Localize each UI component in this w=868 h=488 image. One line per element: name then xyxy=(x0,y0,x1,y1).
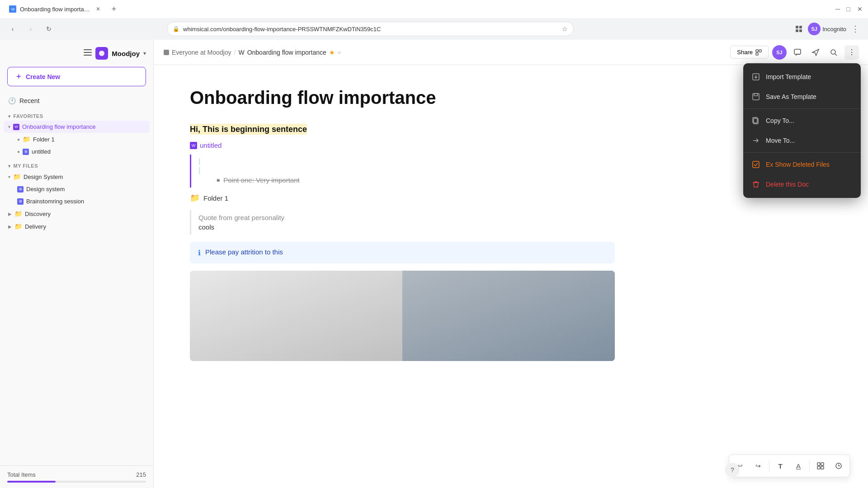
quote-content: cools xyxy=(198,223,608,231)
svg-rect-6 xyxy=(84,49,92,50)
total-items-label: Total Items xyxy=(7,471,36,478)
dot-icon: ● xyxy=(17,137,20,142)
favorites-section-header[interactable]: ▾ FAVORITES xyxy=(4,108,150,121)
format-icon: A xyxy=(796,462,801,470)
save-template-label: Save As Template xyxy=(766,93,816,100)
svg-rect-25 xyxy=(821,463,824,465)
delivery-label: Delivery xyxy=(25,223,46,230)
new-tab-btn[interactable]: + xyxy=(108,3,120,15)
svg-rect-5 xyxy=(799,29,802,32)
menu-divider-1 xyxy=(743,108,861,109)
extensions-btn[interactable] xyxy=(792,22,806,36)
workspace-icon xyxy=(163,49,170,56)
show-deleted-label: Ex Show Deleted Files xyxy=(766,161,830,168)
favorites-label: FAVORITES xyxy=(14,113,43,119)
bookmark-icon[interactable]: ☆ xyxy=(562,25,568,33)
svg-rect-18 xyxy=(753,94,759,100)
svg-text:W: W xyxy=(11,7,15,11)
sidebar-item-untitled[interactable]: ● ⊞ untitled xyxy=(13,145,150,158)
floating-toolbar: ↩ ↪ T A xyxy=(729,455,850,477)
menu-item-show-deleted[interactable]: Ex Show Deleted Files xyxy=(743,155,861,174)
star-icon[interactable]: ★ xyxy=(329,49,335,56)
sidebar-item-delivery[interactable]: ▶ 📁 Delivery xyxy=(4,220,150,233)
menu-item-delete-doc[interactable]: Delete this Doc xyxy=(743,174,861,194)
profile-avatar[interactable]: SJ xyxy=(808,23,821,35)
folder1-label: Folder 1 xyxy=(33,136,55,143)
text-style-btn[interactable]: T xyxy=(772,458,788,474)
share-label: Share xyxy=(737,49,753,56)
board-icon: ⊞ xyxy=(23,149,29,155)
more-options-btn[interactable]: ⋮ xyxy=(844,45,859,60)
svg-rect-2 xyxy=(796,26,798,28)
menu-item-move-to[interactable]: Move To... xyxy=(743,131,861,150)
user-avatar[interactable]: SJ xyxy=(772,45,787,60)
browser-menu-btn[interactable]: ⋮ xyxy=(848,22,863,36)
tab-close-btn[interactable]: ✕ xyxy=(96,6,100,12)
callout-line-1: | xyxy=(198,157,608,165)
sidebar-item-discovery[interactable]: ▶ 📁 Discovery xyxy=(4,207,150,220)
discovery-expand-icon: ▶ xyxy=(8,211,12,216)
send-icon xyxy=(811,48,820,56)
hamburger-btn[interactable] xyxy=(84,49,92,57)
maximize-btn[interactable]: □ xyxy=(846,5,854,13)
sidebar: Moodjoy ▾ ＋ Create New 🕐 Recent ▾ FAVORI… xyxy=(0,40,154,488)
redo-btn[interactable]: ↪ xyxy=(750,458,766,474)
refresh-btn[interactable]: ↻ xyxy=(42,22,56,36)
create-new-button[interactable]: ＋ Create New xyxy=(7,67,146,86)
design-system-children: ⊞ Design system ⊞ Brainstomring session xyxy=(4,183,150,207)
move-to-icon xyxy=(751,136,760,145)
myfiles-section-header[interactable]: ▾ MY FILES xyxy=(4,158,150,170)
workspace-breadcrumb[interactable]: Everyone at Moodjoy xyxy=(163,49,231,56)
active-tab[interactable]: W Onboarding flow importance ✕ xyxy=(4,1,106,17)
total-items: Total Items 215 xyxy=(7,471,146,478)
myfiles-label: MY FILES xyxy=(14,163,38,169)
share-button[interactable]: Share xyxy=(730,46,769,59)
move-to-label: Move To... xyxy=(766,137,795,144)
sidebar-item-recent[interactable]: 🕐 Recent xyxy=(4,94,150,108)
onboarding-children: ● 📁 Folder 1 ● ⊞ untitled xyxy=(4,133,150,158)
format-btn[interactable]: A xyxy=(790,458,807,474)
recent-label: Recent xyxy=(19,97,39,104)
info-callout: ℹ Please pay attrition to this xyxy=(190,242,615,263)
incognito-label: Incognito xyxy=(822,26,846,33)
sidebar-item-design-system[interactable]: ▾ 📁 Design System xyxy=(4,170,150,183)
app: Moodjoy ▾ ＋ Create New 🕐 Recent ▾ FAVORI… xyxy=(0,40,868,488)
doc-link-untitled[interactable]: W untitled xyxy=(190,141,615,149)
menu-item-import-template[interactable]: Import Template xyxy=(743,67,861,87)
workspace-breadcrumb-label: Everyone at Moodjoy xyxy=(172,49,231,56)
callout-bar-2: | xyxy=(198,166,200,174)
show-deleted-icon xyxy=(751,160,760,169)
board-icon-design: ⊞ xyxy=(17,186,24,192)
layout-btn[interactable] xyxy=(812,458,829,474)
search-btn[interactable] xyxy=(826,45,841,60)
workspace-chevron-icon[interactable]: ▾ xyxy=(143,50,146,56)
menu-item-copy-to[interactable]: Copy To... xyxy=(743,111,861,131)
delivery-expand-icon: ▶ xyxy=(8,224,12,229)
send-btn[interactable] xyxy=(808,45,823,60)
sidebar-item-design-system-doc[interactable]: ⊞ Design system xyxy=(13,183,150,195)
comments-btn[interactable] xyxy=(790,45,805,60)
design-system-doc-label: Design system xyxy=(26,186,65,192)
address-bar[interactable]: 🔒 whimsical.com/onboarding-flow-importan… xyxy=(167,22,574,36)
folder-reference[interactable]: 📁 Folder 1 xyxy=(190,193,615,203)
close-btn[interactable]: ✕ xyxy=(857,5,864,13)
minimize-btn[interactable]: ─ xyxy=(835,5,843,13)
sidebar-item-folder1[interactable]: ● 📁 Folder 1 xyxy=(13,133,150,145)
help-btn[interactable]: ? xyxy=(725,463,740,477)
sidebar-item-brainstorm[interactable]: ⊞ Brainstomring session xyxy=(13,195,150,207)
address-bar-row: ‹ › ↻ 🔒 whimsical.com/onboarding-flow-im… xyxy=(0,18,868,40)
top-bar: Everyone at Moodjoy / W Onboarding flow … xyxy=(154,40,868,65)
document-content: Onboarding flow importance Hi, This is b… xyxy=(154,65,651,488)
untitled-label: untitled xyxy=(32,148,51,155)
sidebar-item-onboarding[interactable]: ▾ W Onboarding flow importance xyxy=(4,121,150,133)
history-btn[interactable] xyxy=(830,458,847,474)
quote-block: Quote from great personality cools xyxy=(190,210,615,235)
image-right xyxy=(402,271,615,361)
delivery-folder-icon: 📁 xyxy=(14,223,22,230)
brainstorm-label: Brainstomring session xyxy=(26,198,84,205)
info-icon: ℹ xyxy=(198,249,201,257)
doc-breadcrumb-title: Onboarding flow importance xyxy=(247,49,326,56)
menu-item-save-template[interactable]: Save As Template xyxy=(743,87,861,107)
forward-btn[interactable]: › xyxy=(24,22,38,36)
back-btn[interactable]: ‹ xyxy=(5,22,20,36)
